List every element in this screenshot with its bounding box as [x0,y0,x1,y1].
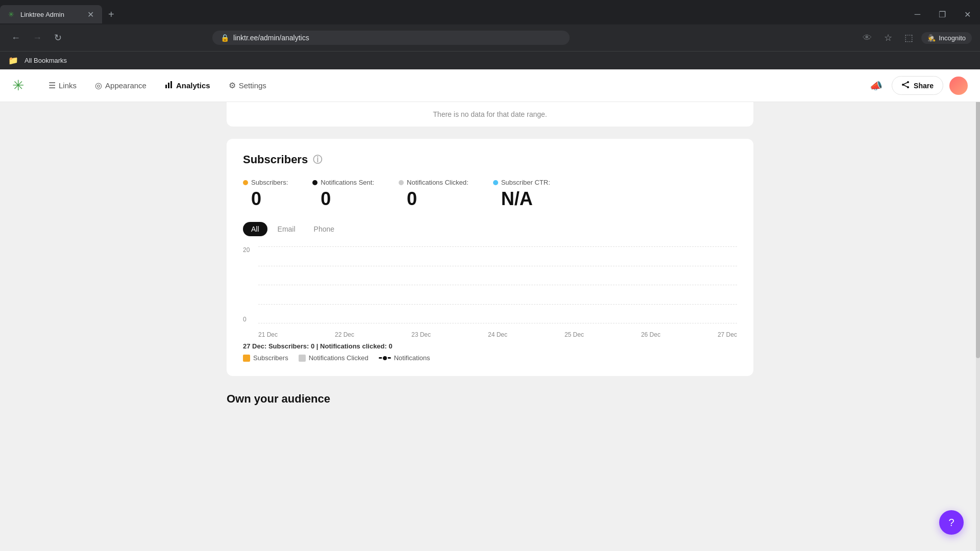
x-label-26dec: 26 Dec [641,331,660,338]
forward-button[interactable]: → [30,31,45,45]
stat-sub-ctr-label-text: Subscriber CTR: [501,179,550,186]
restore-button[interactable]: ❐ [929,5,955,23]
nav-link-analytics-label: Analytics [176,81,210,90]
incognito-badge[interactable]: 🕵 Incognito [921,32,972,44]
chart-y-max: 20 [243,246,250,254]
svg-rect-1 [168,83,169,88]
avatar-image [949,77,968,95]
appearance-icon: ◎ [95,81,102,90]
reader-mode-button[interactable]: 👁 [859,31,876,45]
subscribers-section: Subscribers ⓘ Subscribers: 0 Not [227,139,753,376]
subscribers-help-icon[interactable]: ⓘ [313,154,322,166]
legend-subscribers: Subscribers [243,354,288,362]
minimize-button[interactable]: ─ [905,5,929,23]
browser-tab-bar: ✳ Linktree Admin ✕ + ─ ❐ ✕ [0,0,980,24]
stat-notif-sent-value: 0 [312,188,374,210]
nav-link-links-label: Links [59,81,77,90]
toolbar-actions: 👁 ☆ ⬚ 🕵 Incognito [859,30,972,45]
window-controls: ─ ❐ ✕ [905,5,980,23]
extension-button[interactable]: ⬚ [900,30,917,45]
url-display: linktr.ee/admin/analytics [233,34,309,42]
subscribers-title: Subscribers ⓘ [243,153,737,166]
stat-notif-sent-dot [312,180,317,185]
lock-icon: 🔒 [220,34,229,42]
filter-tabs: All Email Phone [243,222,737,236]
stat-subscribers-value: 0 [243,188,288,210]
own-audience-title: Own your audience [227,392,753,410]
x-label-21dec: 21 Dec [258,331,278,338]
x-label-25dec: 25 Dec [565,331,584,338]
stat-notif-clicked-value: 0 [399,188,469,210]
nav-link-settings[interactable]: ⚙ Settings [220,77,275,94]
scroll-thumb[interactable] [976,69,980,358]
chart-y-min: 0 [243,316,247,323]
stat-notif-sent-label: Notifications Sent: [312,179,374,186]
filter-tab-all[interactable]: All [243,222,267,236]
all-bookmarks-item[interactable]: All Bookmarks [20,56,71,65]
new-tab-button[interactable]: + [102,9,120,20]
address-bar[interactable]: 🔒 linktr.ee/admin/analytics [212,31,570,45]
bookmarks-bar: 📁 All Bookmarks [0,51,980,69]
no-data-message: There is no data for that date range. [433,110,547,118]
chart-legend: Subscribers Notifications Clicked Notifi… [243,354,737,362]
svg-rect-2 [170,81,172,88]
share-icon [901,81,910,90]
tab-title: Linktree Admin [20,11,64,18]
nav-logo[interactable]: ✳ [12,77,24,94]
svg-line-7 [903,85,908,87]
stat-notif-clicked: Notifications Clicked: 0 [399,179,469,210]
share-button[interactable]: Share [892,76,943,95]
top-nav: ✳ ☰ Links ◎ Appearance [0,69,980,102]
back-button[interactable]: ← [8,31,23,45]
settings-icon: ⚙ [229,81,236,90]
incognito-icon: 🕵 [927,34,936,42]
tab-close-button[interactable]: ✕ [87,10,94,19]
legend-notifications-label: Notifications [394,354,430,362]
legend-notifications: Notifications [379,354,430,362]
x-label-24dec: 24 Dec [488,331,507,338]
reload-button[interactable]: ↻ [51,30,65,45]
app-container: ✳ ☰ Links ◎ Appearance [0,69,980,551]
avatar[interactable] [949,77,968,95]
bookmark-button[interactable]: ☆ [880,30,896,45]
subscribers-stats-row: Subscribers: 0 Notifications Sent: 0 [243,179,737,210]
share-label: Share [914,82,934,90]
svg-rect-0 [165,85,167,88]
no-data-banner: There is no data for that date range. [227,102,753,127]
stat-subscribers: Subscribers: 0 [243,179,288,210]
main-content: There is no data for that date range. Su… [214,102,766,410]
stat-subscribers-dot [243,180,248,185]
nav-link-appearance[interactable]: ◎ Appearance [87,77,155,94]
stat-sub-ctr-label: Subscriber CTR: [493,179,550,186]
stat-notif-clicked-label: Notifications Clicked: [399,179,469,186]
legend-notifications-line [379,357,391,359]
stat-subscribers-label: Subscribers: [243,179,288,186]
nav-link-appearance-label: Appearance [105,81,146,90]
legend-notif-clicked: Notifications Clicked [299,354,369,362]
links-icon: ☰ [48,81,56,90]
chart-x-labels: 21 Dec 22 Dec 23 Dec 24 Dec 25 Dec 26 De… [258,331,737,338]
close-button[interactable]: ✕ [955,5,980,23]
x-label-22dec: 22 Dec [335,331,354,338]
filter-tab-phone[interactable]: Phone [306,222,342,236]
stat-notif-clicked-label-text: Notifications Clicked: [407,179,469,186]
filter-tab-email[interactable]: Email [270,222,304,236]
help-fab-button[interactable]: ? [939,510,964,535]
x-label-27dec: 27 Dec [718,331,737,338]
help-fab-label: ? [948,517,954,529]
tab-favicon: ✳ [8,10,16,18]
svg-line-6 [903,82,908,85]
nav-links: ☰ Links ◎ Appearance Analytics [40,77,867,95]
browser-chrome: ✳ Linktree Admin ✕ + ─ ❐ ✕ ← → ↻ 🔒 linkt… [0,0,980,69]
browser-toolbar: ← → ↻ 🔒 linktr.ee/admin/analytics 👁 ☆ ⬚ … [0,24,980,51]
legend-subscribers-color [243,355,250,362]
nav-link-links[interactable]: ☰ Links [40,77,85,94]
stat-notif-clicked-dot [399,180,404,185]
browser-tab-active[interactable]: ✳ Linktree Admin ✕ [0,5,102,23]
stat-notif-sent: Notifications Sent: 0 [312,179,374,210]
nav-link-settings-label: Settings [239,81,266,90]
notification-button[interactable]: 📣 [867,77,886,95]
scrollbar[interactable] [976,69,980,551]
subscribers-title-text: Subscribers [243,153,308,166]
nav-link-analytics[interactable]: Analytics [157,77,218,95]
